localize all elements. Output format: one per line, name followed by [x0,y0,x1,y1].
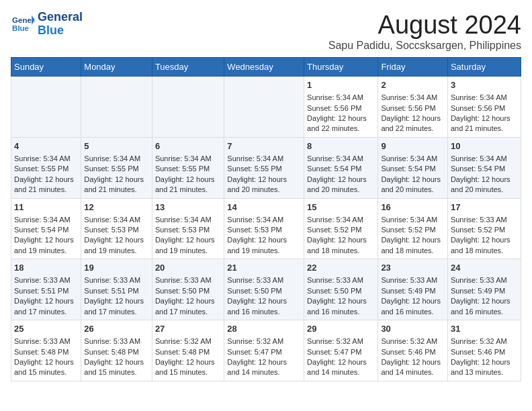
day-number: 5 [84,140,149,152]
sunset-text: Sunset: 5:55 PM [14,165,69,173]
calendar-cell: 10Sunrise: 5:34 AMSunset: 5:54 PMDayligh… [447,137,521,198]
daylight-text: Daylight: 12 hours and 13 minutes. [451,358,511,376]
day-number: 22 [307,262,375,274]
sunset-text: Sunset: 5:51 PM [14,287,69,295]
svg-text:General: General [12,16,35,24]
daylight-text: Daylight: 12 hours and 22 minutes. [307,114,367,132]
sunset-text: Sunset: 5:52 PM [451,226,505,234]
calendar-cell: 2Sunrise: 5:34 AMSunset: 5:56 PMDaylight… [378,77,448,138]
sunset-text: Sunset: 5:55 PM [155,165,210,173]
daylight-text: Daylight: 12 hours and 19 minutes. [84,236,144,254]
daylight-text: Daylight: 12 hours and 20 minutes. [307,175,367,193]
calendar-cell: 25Sunrise: 5:33 AMSunset: 5:48 PMDayligh… [11,320,81,381]
calendar-cell: 4Sunrise: 5:34 AMSunset: 5:55 PMDaylight… [11,137,81,198]
day-number: 4 [14,140,78,152]
sunrise-text: Sunrise: 5:34 AM [381,93,437,101]
calendar-cell: 14Sunrise: 5:34 AMSunset: 5:53 PMDayligh… [224,198,304,259]
weekday-header: Tuesday [152,58,224,77]
header-row: SundayMondayTuesdayWednesdayThursdayFrid… [11,58,521,77]
logo-icon: General Blue [11,14,35,34]
weekday-header: Friday [378,58,448,77]
sunrise-text: Sunrise: 5:34 AM [84,154,140,163]
weekday-header: Monday [81,58,152,77]
sunrise-text: Sunrise: 5:33 AM [381,276,437,284]
calendar-cell: 21Sunrise: 5:33 AMSunset: 5:50 PMDayligh… [224,259,304,320]
calendar-cell: 19Sunrise: 5:33 AMSunset: 5:51 PMDayligh… [81,259,152,320]
calendar-week-row: 4Sunrise: 5:34 AMSunset: 5:55 PMDaylight… [11,137,521,198]
day-number: 30 [381,323,445,335]
sunrise-text: Sunrise: 5:33 AM [451,216,507,224]
weekday-header: Wednesday [224,58,304,77]
daylight-text: Daylight: 12 hours and 16 minutes. [381,297,441,315]
calendar-cell: 18Sunrise: 5:33 AMSunset: 5:51 PMDayligh… [11,259,81,320]
sunset-text: Sunset: 5:49 PM [381,287,435,295]
title-section: August 2024 Sapu Padidu, Soccsksargen, P… [328,11,521,52]
weekday-header: Thursday [304,58,378,77]
sunrise-text: Sunrise: 5:32 AM [155,337,212,345]
sunrise-text: Sunrise: 5:33 AM [14,276,71,284]
sunrise-text: Sunrise: 5:33 AM [155,276,212,284]
calendar-cell: 20Sunrise: 5:33 AMSunset: 5:50 PMDayligh… [152,259,224,320]
sunset-text: Sunset: 5:50 PM [155,287,210,295]
sunset-text: Sunset: 5:46 PM [381,348,435,356]
daylight-text: Daylight: 12 hours and 20 minutes. [451,175,511,193]
calendar-cell: 26Sunrise: 5:33 AMSunset: 5:48 PMDayligh… [81,320,152,381]
sunrise-text: Sunrise: 5:34 AM [14,154,71,163]
calendar-cell: 28Sunrise: 5:32 AMSunset: 5:47 PMDayligh… [224,320,304,381]
calendar-cell: 13Sunrise: 5:34 AMSunset: 5:53 PMDayligh… [152,198,224,259]
calendar-cell: 22Sunrise: 5:33 AMSunset: 5:50 PMDayligh… [304,259,378,320]
day-number: 26 [84,323,149,335]
calendar-week-row: 11Sunrise: 5:34 AMSunset: 5:54 PMDayligh… [11,198,521,259]
day-number: 15 [307,201,375,214]
sunrise-text: Sunrise: 5:32 AM [307,337,363,345]
daylight-text: Daylight: 12 hours and 16 minutes. [451,297,511,315]
logo-text: General Blue [38,11,83,38]
calendar-week-row: 25Sunrise: 5:33 AMSunset: 5:48 PMDayligh… [11,320,521,381]
daylight-text: Daylight: 12 hours and 18 minutes. [451,236,511,254]
day-number: 29 [307,323,375,335]
sunrise-text: Sunrise: 5:34 AM [14,216,71,224]
sunrise-text: Sunrise: 5:34 AM [227,216,283,224]
sunset-text: Sunset: 5:54 PM [451,165,505,173]
sunrise-text: Sunrise: 5:34 AM [451,93,507,101]
calendar-cell: 24Sunrise: 5:33 AMSunset: 5:49 PMDayligh… [447,259,521,320]
sunset-text: Sunset: 5:48 PM [84,348,138,356]
sunset-text: Sunset: 5:46 PM [451,348,505,356]
daylight-text: Daylight: 12 hours and 15 minutes. [84,358,144,376]
day-number: 7 [227,140,301,152]
logo: General Blue General Blue [11,11,83,38]
sunset-text: Sunset: 5:50 PM [227,287,281,295]
day-number: 24 [451,262,518,274]
daylight-text: Daylight: 12 hours and 17 minutes. [155,297,215,315]
sunrise-text: Sunrise: 5:34 AM [155,154,212,163]
sunset-text: Sunset: 5:56 PM [307,104,361,112]
daylight-text: Daylight: 12 hours and 15 minutes. [14,358,74,376]
sunrise-text: Sunrise: 5:34 AM [155,216,212,224]
sunset-text: Sunset: 5:52 PM [381,226,435,234]
daylight-text: Daylight: 12 hours and 22 minutes. [381,114,441,132]
daylight-text: Daylight: 12 hours and 21 minutes. [451,114,511,132]
daylight-text: Daylight: 12 hours and 17 minutes. [84,297,144,315]
sunset-text: Sunset: 5:48 PM [14,348,69,356]
daylight-text: Daylight: 12 hours and 14 minutes. [227,358,287,376]
sunrise-text: Sunrise: 5:33 AM [307,276,363,284]
sunset-text: Sunset: 5:55 PM [84,165,138,173]
calendar-week-row: 1Sunrise: 5:34 AMSunset: 5:56 PMDaylight… [11,77,521,138]
daylight-text: Daylight: 12 hours and 18 minutes. [381,236,441,254]
svg-text:Blue: Blue [12,24,29,32]
day-number: 9 [381,140,445,152]
calendar-cell: 30Sunrise: 5:32 AMSunset: 5:46 PMDayligh… [378,320,448,381]
day-number: 31 [451,323,518,335]
day-number: 13 [155,201,221,214]
sunrise-text: Sunrise: 5:33 AM [227,276,283,284]
calendar-week-row: 18Sunrise: 5:33 AMSunset: 5:51 PMDayligh… [11,259,521,320]
sunset-text: Sunset: 5:54 PM [14,226,69,234]
calendar-cell: 16Sunrise: 5:34 AMSunset: 5:52 PMDayligh… [378,198,448,259]
day-number: 11 [14,201,78,214]
calendar-cell: 17Sunrise: 5:33 AMSunset: 5:52 PMDayligh… [447,198,521,259]
daylight-text: Daylight: 12 hours and 19 minutes. [155,236,215,254]
sunset-text: Sunset: 5:54 PM [381,165,435,173]
day-number: 8 [307,140,375,152]
calendar-cell [81,77,152,138]
calendar-cell: 6Sunrise: 5:34 AMSunset: 5:55 PMDaylight… [152,137,224,198]
